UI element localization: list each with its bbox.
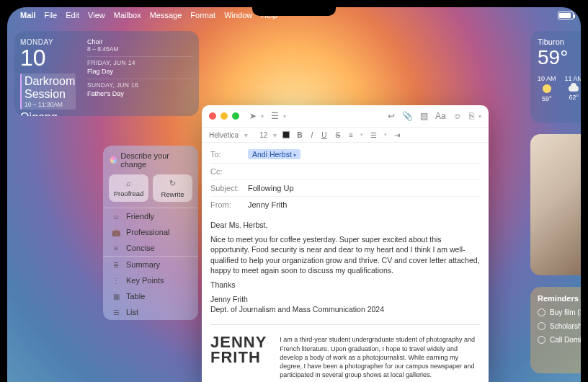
format-text-icon[interactable]: Aa <box>435 111 446 121</box>
menubar-edit[interactable]: Edit <box>66 11 79 19</box>
reminders-title: Reminders <box>538 294 581 303</box>
sparkle-icon <box>110 156 117 164</box>
rewrite-button[interactable]: ↻ Rewrite <box>153 174 192 202</box>
subject-value[interactable]: Following Up <box>248 184 294 192</box>
weather-temp: 59° <box>538 46 581 69</box>
menubar-app-name[interactable]: Mail <box>20 11 35 19</box>
indent-button[interactable]: ⇥ <box>393 131 401 139</box>
list-icon: ☰ <box>112 308 120 316</box>
tool-table[interactable]: ▦Table <box>103 288 198 304</box>
from-row[interactable]: From: Jenny Frith <box>210 197 480 213</box>
writing-tools-header: Describe your change <box>120 151 191 169</box>
menubar-message[interactable]: Message <box>150 11 182 19</box>
weather-hour: 11 AM62° <box>565 75 581 102</box>
weather-widget[interactable]: Tiburon 59° 10 AM59° 11 AM62° <box>530 31 581 123</box>
close-window-button[interactable] <box>209 112 216 120</box>
drop-icon[interactable]: ⎘ <box>469 111 474 121</box>
cloud-icon <box>569 86 579 92</box>
message-body[interactable]: Dear Ms. Herbst, Nice to meet you for co… <box>202 213 489 382</box>
radio-empty-icon <box>538 308 545 316</box>
weather-location: Tiburon <box>538 37 581 46</box>
arrows-cycle-icon: ↻ <box>153 179 192 188</box>
emoji-icon[interactable]: ☺ <box>453 111 462 121</box>
format-bar: Helvetica▾ 12▾ B I U S ≡▾ ☰▾ ⇥ <box>202 127 489 143</box>
align-button[interactable]: ≡ <box>347 131 355 139</box>
bold-button[interactable]: B <box>295 131 303 139</box>
compress-icon: ≡ <box>112 244 120 252</box>
menubar-format[interactable]: Format <box>190 11 215 19</box>
proofread-button[interactable]: ⌕ Proofread <box>109 174 148 202</box>
cc-row[interactable]: Cc: <box>210 164 480 180</box>
menubar-view[interactable]: View <box>88 11 105 19</box>
calendar-widget[interactable]: MONDAY 10 Darkroom Session 10 – 11:30AM … <box>14 31 199 116</box>
list-button[interactable]: ☰ <box>369 131 378 139</box>
reminders-widget[interactable]: Reminders Buy film (3 Scholarshi Call Do… <box>530 287 581 373</box>
subject-row[interactable]: Subject: Following Up <box>210 180 480 197</box>
recipient-chip[interactable]: Andi Herbst <box>248 149 300 159</box>
lines-icon: ≣ <box>112 261 120 269</box>
header-fields-icon[interactable]: ☰ <box>271 111 279 121</box>
menubar-file[interactable]: File <box>44 11 57 19</box>
photos-widget[interactable] <box>530 134 581 275</box>
writing-tools-popover: Describe your change ⌕ Proofread ↻ Rewri… <box>103 146 198 320</box>
attach-icon[interactable]: 📎 <box>402 111 413 121</box>
strike-button[interactable]: S <box>334 131 342 139</box>
tool-summary[interactable]: ≣Summary <box>103 257 198 272</box>
window-titlebar[interactable]: ➤▾ ☰▾ ↩︎ 📎 ▧ Aa ☺ ⎘▾ <box>202 105 489 127</box>
calendar-event: Choir 8 – 8:45AM <box>87 37 193 54</box>
reminder-item[interactable]: Buy film (3 <box>538 308 581 316</box>
tone-professional[interactable]: 💼Professional <box>103 224 198 240</box>
calendar-event: Qigong 2:00 – 2:30PM <box>20 110 76 116</box>
sun-icon <box>543 84 551 93</box>
magnifier-icon: ⌕ <box>109 179 148 187</box>
radio-empty-icon <box>538 336 545 344</box>
tone-friendly[interactable]: ☺Friendly <box>103 208 198 224</box>
bullets-icon: ⋮ <box>112 277 120 285</box>
font-family-dropdown[interactable]: Helvetica <box>209 131 239 139</box>
text-color-swatch[interactable] <box>282 131 290 138</box>
font-size-dropdown[interactable]: 12 <box>259 131 267 139</box>
zoom-window-button[interactable] <box>232 112 239 120</box>
underline-button[interactable]: U <box>320 131 328 139</box>
photo-icon[interactable]: ▧ <box>420 111 428 121</box>
mail-compose-window: ➤▾ ☰▾ ↩︎ 📎 ▧ Aa ☺ ⎘▾ Helvetica▾ 12▾ <box>202 105 489 382</box>
weather-hour: 10 AM59° <box>538 75 556 102</box>
reminder-item[interactable]: Call Domin <box>538 336 581 344</box>
calendar-day-number: 10 <box>20 46 76 69</box>
calendar-day-name: MONDAY <box>20 38 76 46</box>
italic-button[interactable]: I <box>310 131 315 139</box>
table-icon: ▦ <box>112 293 120 301</box>
briefcase-icon: 💼 <box>112 228 120 236</box>
battery-icon[interactable] <box>558 12 574 19</box>
menubar-mailbox[interactable]: Mailbox <box>114 11 141 19</box>
resume-attachment: JENNY FRITH I am a third-year student un… <box>210 324 480 379</box>
reply-icon[interactable]: ↩︎ <box>388 111 395 121</box>
tone-concise[interactable]: ≡Concise <box>103 240 198 256</box>
tool-list[interactable]: ☰List <box>103 304 198 320</box>
from-value[interactable]: Jenny Frith <box>248 200 287 209</box>
tool-keypoints[interactable]: ⋮Key Points <box>103 272 198 288</box>
smile-icon: ☺ <box>112 213 120 221</box>
send-icon[interactable]: ➤ <box>249 111 257 121</box>
display-notch <box>252 0 336 16</box>
calendar-event: Flag Day <box>87 66 193 76</box>
menubar-window[interactable]: Window <box>224 11 252 19</box>
to-row[interactable]: To: Andi Herbst <box>210 146 480 164</box>
calendar-event: Father's Day <box>87 89 193 99</box>
calendar-event: Darkroom Session 10 – 11:30AM <box>20 74 76 110</box>
reminder-item[interactable]: Scholarshi <box>538 322 581 330</box>
radio-empty-icon <box>538 322 545 330</box>
minimize-window-button[interactable] <box>220 112 228 120</box>
